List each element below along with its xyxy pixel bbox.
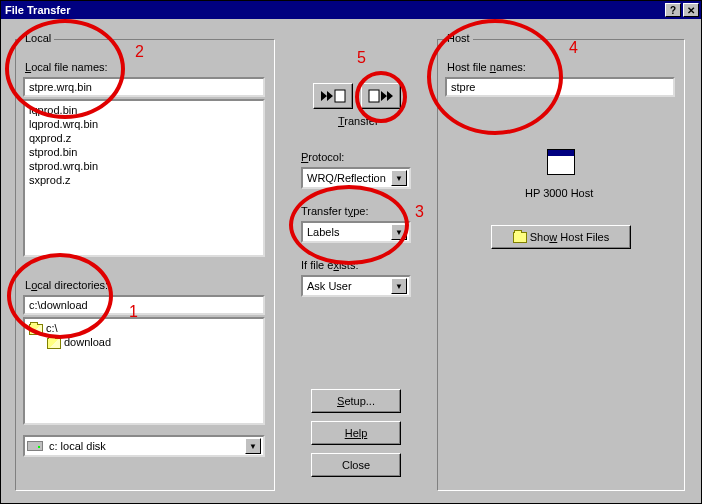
list-item[interactable]: stprod.bin	[29, 145, 259, 159]
protocol-label: Protocol:	[301, 151, 344, 163]
help-button[interactable]: Help	[311, 421, 401, 445]
svg-rect-0	[335, 90, 345, 102]
transfer-type-label: Transfer type:	[301, 205, 368, 217]
close-icon[interactable]: ✕	[683, 3, 699, 17]
chevron-down-icon: ▼	[391, 224, 407, 240]
host-filename-input[interactable]	[445, 77, 675, 97]
titlebar: File Transfer ? ✕	[1, 1, 701, 19]
host-label: HP 3000 Host	[525, 187, 593, 199]
arrow-right-icon	[367, 89, 395, 103]
local-filename-input[interactable]	[23, 77, 265, 97]
chevron-down-icon: ▼	[391, 278, 407, 294]
drive-icon	[27, 441, 43, 451]
setup-button[interactable]: Setup...	[311, 389, 401, 413]
transfer-type-select[interactable]: Labels ▼	[301, 221, 411, 243]
host-filenames-label: Host file names:	[447, 61, 526, 73]
annotation-num-5: 5	[357, 49, 366, 67]
list-item[interactable]: sxprod.z	[29, 173, 259, 187]
host-legend: Host	[444, 32, 473, 44]
window-title: File Transfer	[3, 4, 663, 16]
local-legend: Local	[22, 32, 54, 44]
local-file-list[interactable]: lqprod.bin lqprod.wrq.bin qxprod.z stpro…	[23, 99, 265, 257]
host-computer-icon	[547, 149, 575, 175]
if-exists-select[interactable]: Ask User ▼	[301, 275, 411, 297]
protocol-select[interactable]: WRQ/Reflection ▼	[301, 167, 411, 189]
tree-root[interactable]: c:\	[29, 321, 259, 335]
folder-icon	[513, 232, 527, 243]
close-button[interactable]: Close	[311, 453, 401, 477]
tree-child[interactable]: download	[29, 335, 259, 349]
local-dir-tree[interactable]: c:\ download	[23, 317, 265, 425]
local-dirs-label: Local directories:	[25, 279, 108, 291]
svg-rect-1	[369, 90, 379, 102]
list-item[interactable]: qxprod.z	[29, 131, 259, 145]
if-exists-label: If file exists:	[301, 259, 358, 271]
transfer-to-local-button[interactable]	[313, 83, 353, 109]
chevron-down-icon: ▼	[391, 170, 407, 186]
list-item[interactable]: stprod.wrq.bin	[29, 159, 259, 173]
host-group: Host	[437, 39, 685, 491]
chevron-down-icon: ▼	[245, 438, 261, 454]
local-filenames-label: Local file names:	[25, 61, 108, 73]
transfer-label: Transfer	[338, 115, 379, 127]
folder-open-icon	[29, 324, 43, 335]
help-button[interactable]: ?	[665, 3, 681, 17]
arrow-left-icon	[319, 89, 347, 103]
transfer-to-host-button[interactable]	[361, 83, 401, 109]
annotation-num-3: 3	[415, 203, 424, 221]
list-item[interactable]: lqprod.wrq.bin	[29, 117, 259, 131]
show-host-files-button[interactable]: Show Host Files	[491, 225, 631, 249]
drive-select[interactable]: c: local disk ▼	[23, 435, 265, 457]
list-item[interactable]: lqprod.bin	[29, 103, 259, 117]
file-transfer-window: File Transfer ? ✕ Local Local file names…	[0, 0, 702, 504]
folder-open-icon	[47, 338, 61, 349]
local-dir-input[interactable]	[23, 295, 265, 315]
